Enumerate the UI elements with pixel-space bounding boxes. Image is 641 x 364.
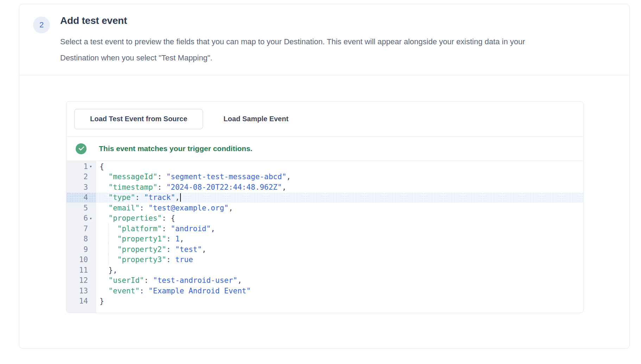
code-token-str: "test-android-user" (153, 276, 237, 285)
fold-toggle-icon[interactable]: ▾ (88, 216, 94, 221)
code-token-key: "type" (108, 193, 135, 202)
indent-guide (108, 234, 109, 245)
code-token-punct (100, 193, 108, 202)
code-line[interactable]: 4 "type": "track", (66, 193, 583, 203)
code-content[interactable]: "event": "Example Android Event" (96, 286, 583, 296)
code-token-punct: : (140, 204, 148, 212)
event-source-button-row: Load Test Event from Source Load Sample … (66, 102, 583, 137)
code-token-key: "timestamp" (108, 183, 157, 191)
code-token-punct: }, (108, 266, 117, 274)
code-line[interactable]: 13 "event": "Example Android Event" (66, 286, 583, 296)
code-token-punct (100, 287, 108, 295)
code-token-punct: { (100, 162, 104, 171)
code-token-key: "event" (108, 287, 140, 295)
code-line[interactable]: 10 "property3": true (66, 255, 583, 265)
code-content[interactable]: "userId": "test-android-user", (96, 275, 583, 286)
code-token-punct: : (162, 214, 171, 222)
code-token-punct: : (140, 287, 148, 295)
code-content[interactable]: "property1": 1, (96, 234, 583, 245)
gutter-cell: 11 (66, 265, 96, 275)
line-number: 2 (83, 173, 88, 181)
code-token-punct: , (229, 204, 233, 212)
code-content[interactable]: "messageId": "segment-test-message-abcd"… (96, 172, 583, 182)
code-line[interactable]: 8 "property1": 1, (66, 234, 583, 245)
gutter-cell: 2 (66, 172, 96, 182)
code-token-punct: , (175, 193, 180, 202)
code-token-punct: , (211, 225, 215, 233)
code-content[interactable]: { (96, 161, 583, 172)
gutter-cell: 10 (66, 255, 96, 265)
gutter-cell: 7 (66, 223, 96, 234)
gutter-cell: 13 (66, 286, 96, 296)
gutter-cell: 3 (66, 182, 96, 193)
code-line[interactable]: 14} (66, 296, 583, 307)
line-number: 3 (83, 183, 88, 191)
code-token-punct (100, 183, 108, 191)
code-token-key: "property1" (118, 235, 166, 243)
load-sample-event-button[interactable]: Load Sample Event (215, 109, 297, 129)
indent-guide (108, 244, 109, 255)
code-token-str: "test" (175, 245, 202, 254)
code-line[interactable]: 9 "property2": "test", (66, 244, 583, 255)
code-token-punct (100, 214, 108, 222)
code-content[interactable]: "email": "test@example.org", (96, 203, 583, 213)
indent-guide (108, 223, 109, 234)
gutter-cell: 12 (66, 275, 96, 286)
editor-lines: 1▾{2 "messageId": "segment-test-message-… (66, 161, 583, 306)
code-token-punct: , (286, 173, 291, 181)
code-content[interactable]: "property3": true (96, 255, 583, 265)
line-number: 8 (83, 235, 88, 243)
step-description-line-1: Select a test event to preview the field… (60, 34, 525, 50)
code-token-str: "2024-08-20T22:44:48.962Z" (166, 183, 282, 191)
line-number: 13 (79, 287, 88, 295)
load-test-event-button[interactable]: Load Test Event from Source (74, 109, 203, 129)
line-number: 7 (83, 225, 88, 233)
code-line[interactable]: 2 "messageId": "segment-test-message-abc… (66, 172, 583, 182)
code-token-str: "test@example.org" (148, 204, 229, 212)
code-line[interactable]: 12 "userId": "test-android-user", (66, 275, 583, 286)
json-editor[interactable]: 1▾{2 "messageId": "segment-test-message-… (66, 161, 583, 313)
code-line[interactable]: 3 "timestamp": "2024-08-20T22:44:48.962Z… (66, 182, 583, 193)
check-circle-icon (76, 143, 87, 154)
gutter-cell: 1▾ (66, 161, 96, 172)
fold-toggle-icon[interactable]: ▾ (88, 164, 94, 169)
line-number: 14 (79, 297, 88, 305)
step-title: Add test event (60, 15, 127, 26)
gutter-cell: 6▾ (66, 213, 96, 224)
line-number: 5 (83, 204, 88, 212)
code-line[interactable]: 11 }, (66, 265, 583, 275)
code-token-punct: , (202, 245, 207, 254)
code-token-punct: : (162, 225, 171, 233)
code-content[interactable]: "timestamp": "2024-08-20T22:44:48.962Z", (96, 182, 583, 193)
code-content[interactable]: } (96, 296, 583, 307)
code-token-punct: } (100, 297, 104, 305)
code-line[interactable]: 6▾ "properties": { (66, 213, 583, 224)
code-token-str: "android" (171, 225, 211, 233)
indent-guide (108, 255, 109, 265)
line-number: 6 (83, 214, 88, 222)
code-token-str: "Example Android Event" (148, 287, 251, 295)
line-number: 1 (83, 162, 88, 171)
content-panel: Load Test Event from Source Load Sample … (66, 101, 584, 313)
step-description: Select a test event to preview the field… (60, 34, 525, 66)
code-token-key: "messageId" (108, 173, 157, 181)
code-content[interactable]: "platform": "android", (96, 223, 583, 234)
code-token-num: 1 (175, 235, 180, 243)
code-content[interactable]: }, (96, 265, 583, 275)
code-line[interactable]: 5 "email": "test@example.org", (66, 203, 583, 213)
code-content[interactable]: "properties": { (96, 213, 583, 224)
code-token-punct: , (282, 183, 286, 191)
code-token-punct: : (166, 255, 175, 264)
code-token-key: "platform" (118, 225, 162, 233)
code-line[interactable]: 7 "platform": "android", (66, 223, 583, 234)
code-content[interactable]: "property2": "test", (96, 244, 583, 255)
trigger-match-message: This event matches your trigger conditio… (99, 144, 252, 153)
code-token-key: "property2" (118, 245, 166, 254)
code-content[interactable]: "type": "track", (96, 193, 583, 203)
code-token-punct: : (166, 245, 175, 254)
code-token-bool: true (175, 255, 193, 264)
code-line[interactable]: 1▾{ (66, 161, 583, 172)
code-token-punct: , (180, 235, 184, 243)
code-token-punct: , (237, 276, 242, 285)
gutter-cell: 9 (66, 244, 96, 255)
